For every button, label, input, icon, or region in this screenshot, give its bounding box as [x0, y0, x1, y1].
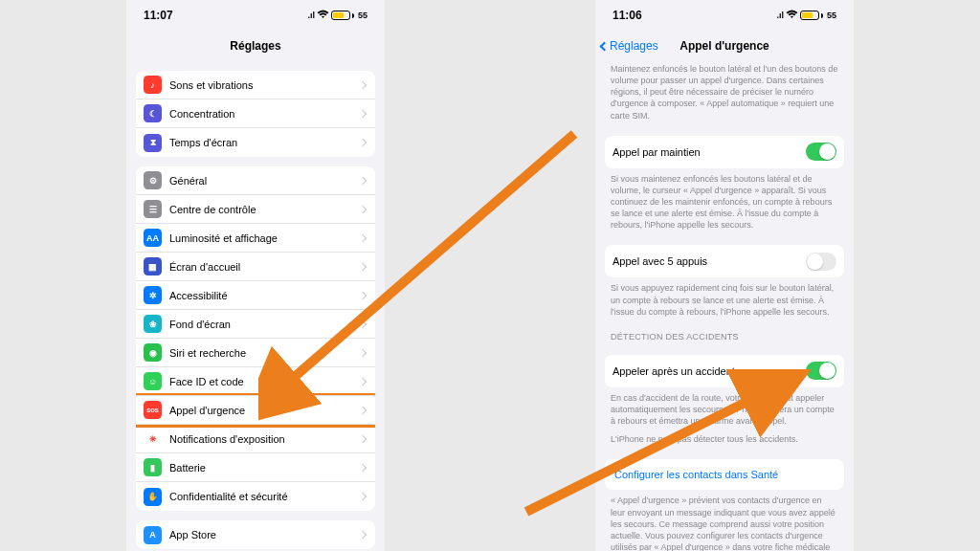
app-icon: A — [144, 526, 162, 544]
row-notifications-d-exposition[interactable]: ✳Notifications d'exposition — [136, 425, 375, 453]
chevron-right-icon — [359, 320, 367, 327]
row-label: Siri et recherche — [169, 347, 246, 359]
row-fond-d-cran[interactable]: ❀Fond d'écran — [136, 310, 375, 339]
group-crash: Appeler après un accident grave — [605, 355, 844, 387]
row-centre-de-contr-le[interactable]: ☰Centre de contrôle — [136, 195, 375, 224]
wifi-icon — [786, 9, 798, 22]
chevron-right-icon — [359, 463, 367, 471]
row-label: Notifications d'exposition — [169, 433, 285, 445]
row-hold[interactable]: Appel par maintien — [605, 136, 844, 168]
row-label: Luminosité et affichage — [169, 232, 278, 244]
row-siri-et-recherche[interactable]: ◉Siri et recherche — [136, 339, 375, 367]
row-label: Face ID et code — [169, 376, 244, 387]
row-label: Écran d'accueil — [169, 261, 240, 273]
chevron-right-icon — [359, 348, 367, 356]
row-label: Fond d'écran — [169, 319, 231, 330]
emergency-screen: 11:06 .ıl 55 Réglages Appel d'urgence Ma… — [595, 0, 854, 551]
row--cran-d-accueil[interactable]: ▦Écran d'accueil — [136, 253, 375, 281]
row-label: Accessibilité — [169, 290, 228, 301]
status-right: .ıl 55 — [307, 9, 368, 22]
row-label: Appeler après un accident grave — [612, 365, 764, 377]
row-app-store[interactable]: AApp Store — [136, 520, 375, 549]
row-label: Sons et vibrations — [169, 79, 253, 91]
row-label: Appel par maintien — [612, 146, 701, 158]
row-label: Appel avec 5 appuis — [612, 255, 707, 267]
row-crash[interactable]: Appeler après un accident grave — [605, 355, 844, 387]
battery-icon — [800, 11, 819, 20]
status-bar: 11:07 .ıl 55 — [126, 0, 385, 31]
battery-icon — [331, 11, 350, 20]
back-button[interactable]: Réglages — [601, 39, 658, 53]
row-confidentialit-et-s-curit-[interactable]: ✋Confidentialité et sécurité — [136, 482, 375, 511]
app-icon: ▦ — [144, 257, 162, 276]
group-general: ⚙Général☰Centre de contrôleAALuminosité … — [136, 166, 375, 511]
clock: 11:07 — [144, 9, 173, 22]
app-icon: ☰ — [144, 200, 162, 218]
chevron-right-icon — [359, 262, 367, 270]
chevron-right-icon — [359, 109, 367, 117]
chevron-right-icon — [359, 406, 367, 413]
link-label: Configurer les contacts dans Santé — [614, 469, 778, 480]
app-icon: ☾ — [144, 104, 162, 122]
row-face-id-et-code[interactable]: ☺Face ID et code — [136, 367, 375, 396]
row-label: Concentration — [169, 108, 235, 120]
status-right: .ıl 55 — [776, 9, 836, 22]
row-accessibilit-[interactable]: ✲Accessibilité — [136, 281, 375, 310]
crash-footer-2: L'iPhone ne peut pas détecter tous les a… — [595, 431, 854, 450]
section-crash-header: DÉTECTION DES ACCIDENTS — [595, 322, 854, 345]
app-icon: ❀ — [144, 315, 162, 333]
app-icon: ✳ — [144, 430, 162, 448]
row-concentration[interactable]: ☾Concentration — [136, 99, 375, 128]
status-bar: 11:06 .ıl 55 — [595, 0, 854, 31]
group-configure: Configurer les contacts dans Santé — [605, 459, 844, 490]
nav-bar: Réglages Appel d'urgence — [595, 31, 854, 61]
chevron-right-icon — [359, 80, 367, 88]
chevron-right-icon — [359, 531, 367, 539]
toggle-press[interactable] — [806, 253, 836, 271]
app-icon: ✋ — [144, 488, 162, 506]
row-press[interactable]: Appel avec 5 appuis — [605, 245, 844, 277]
group-press: Appel avec 5 appuis — [605, 245, 844, 277]
app-icon: ⧗ — [144, 134, 162, 152]
app-icon: ⚙ — [144, 171, 162, 189]
chevron-right-icon — [359, 434, 367, 442]
chevron-right-icon — [359, 493, 367, 500]
chevron-right-icon — [359, 291, 367, 298]
chevron-right-icon — [359, 377, 367, 385]
app-icon: AA — [144, 229, 162, 247]
app-icon: ▮ — [144, 458, 162, 476]
row-label: Centre de contrôle — [169, 204, 256, 215]
row-appel-d-urgence[interactable]: SOSAppel d'urgence — [136, 396, 375, 425]
row-temps-d-cran[interactable]: ⧗Temps d'écran — [136, 128, 375, 157]
hold-footer: Si vous maintenez enfoncés les boutons l… — [595, 168, 854, 236]
chevron-right-icon — [359, 176, 367, 184]
back-label: Réglages — [610, 39, 658, 53]
row-label: Général — [169, 175, 207, 187]
row-label: Temps d'écran — [169, 137, 237, 148]
group-hold: Appel par maintien — [605, 136, 844, 168]
chevron-left-icon — [600, 41, 610, 51]
wifi-icon — [317, 9, 329, 22]
intro-text: Maintenez enfoncés le bouton latéral et … — [595, 61, 854, 126]
row-g-n-ral[interactable]: ⚙Général — [136, 166, 375, 195]
nav-bar: Réglages — [126, 31, 385, 61]
toggle-crash[interactable] — [806, 362, 836, 380]
configure-footer: « Appel d'urgence » prévient vos contact… — [595, 490, 854, 551]
clock: 11:06 — [612, 9, 642, 22]
group-sound: ♪Sons et vibrations☾Concentration⧗Temps … — [136, 71, 375, 157]
app-icon: ◉ — [144, 343, 162, 362]
app-icon: ♪ — [144, 76, 162, 94]
app-icon: ☺ — [144, 372, 162, 390]
app-icon: ✲ — [144, 286, 162, 304]
page-title: Appel d'urgence — [679, 39, 769, 53]
toggle-hold[interactable] — [806, 143, 836, 161]
page-title: Réglages — [230, 39, 280, 53]
chevron-right-icon — [359, 233, 367, 241]
row-batterie[interactable]: ▮Batterie — [136, 453, 375, 482]
configure-contacts-link[interactable]: Configurer les contacts dans Santé — [605, 459, 844, 490]
app-icon: SOS — [144, 401, 162, 419]
row-sons-et-vibrations[interactable]: ♪Sons et vibrations — [136, 71, 375, 99]
row-luminosit-et-affichage[interactable]: AALuminosité et affichage — [136, 224, 375, 253]
row-label: Confidentialité et sécurité — [169, 491, 288, 502]
press-footer: Si vous appuyez rapidement cinq fois sur… — [595, 277, 854, 321]
